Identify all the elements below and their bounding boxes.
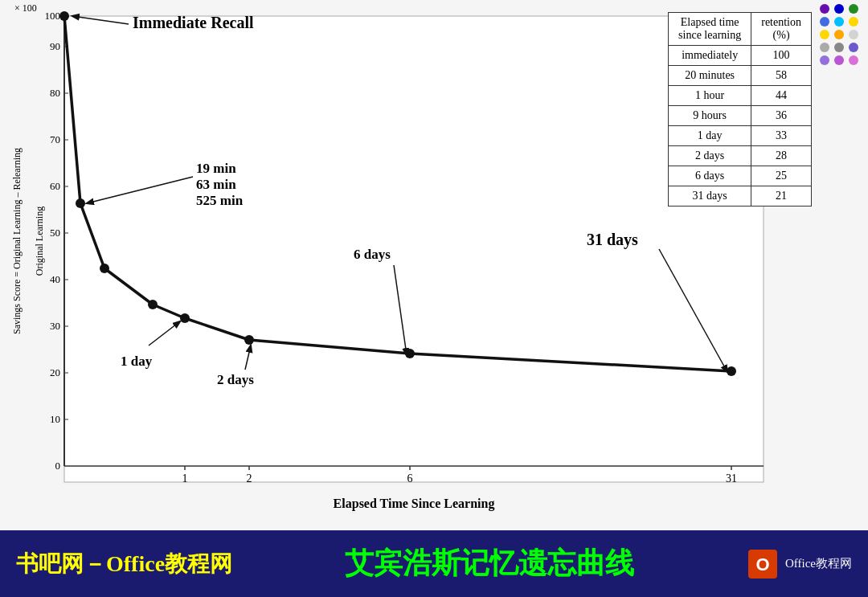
- svg-text:2: 2: [247, 472, 252, 485]
- table-cell-retention: 33: [751, 126, 812, 146]
- svg-point-32: [59, 11, 69, 21]
- svg-text:0: 0: [55, 460, 61, 472]
- dot-6: [820, 30, 829, 39]
- office-icon: O: [747, 548, 779, 580]
- y-axis-label-2: Original Learning: [34, 206, 45, 276]
- table-header-time: Elapsed timesince learning: [669, 13, 751, 46]
- table-cell-retention: 21: [751, 186, 812, 206]
- immediate-recall-label: Immediate Recall: [133, 14, 254, 31]
- table-row: 6 days25: [669, 166, 812, 186]
- bottom-left-text: 书吧网－Office教程网: [16, 549, 232, 579]
- bottom-center-text: 艾宾浩斯记忆遗忘曲线: [232, 544, 747, 583]
- table-cell-time: 1 hour: [669, 86, 751, 106]
- svg-point-35: [148, 300, 158, 309]
- annotation-525min: 525 min: [196, 193, 244, 208]
- annotation-1day: 1 day: [121, 354, 153, 369]
- dot-13: [834, 55, 844, 65]
- dot-7: [834, 30, 844, 39]
- table-row: immediately100: [669, 46, 812, 66]
- svg-text:O: O: [755, 554, 769, 575]
- bottom-right-text: Office教程网: [785, 556, 852, 571]
- annotation-63min: 63 min: [196, 177, 236, 192]
- dot-10: [834, 43, 844, 52]
- dot-3: [820, 17, 829, 27]
- svg-text:70: 70: [50, 133, 60, 145]
- table-row: 2 days28: [669, 146, 812, 166]
- annotation-2days: 2 days: [217, 372, 254, 387]
- table-row: 31 days21: [669, 186, 812, 206]
- data-table: Elapsed timesince learning retention(%) …: [668, 12, 812, 206]
- dot-11: [849, 43, 858, 52]
- dot-12: [820, 55, 829, 65]
- dot-1: [834, 4, 844, 14]
- table-cell-retention: 25: [751, 166, 812, 186]
- dot-8: [849, 30, 858, 39]
- svg-text:60: 60: [50, 180, 60, 192]
- bottom-right-logo: O Office教程网: [747, 548, 852, 580]
- chart-area: 0 10 20 30 40 50 60 70 80 90 100: [0, 0, 868, 530]
- svg-text:6: 6: [407, 472, 413, 485]
- svg-text:30: 30: [50, 320, 60, 332]
- table-cell-time: 9 hours: [669, 106, 751, 126]
- table-cell-retention: 44: [751, 86, 812, 106]
- table-row: 1 day33: [669, 126, 812, 146]
- dots-decoration: [820, 4, 860, 65]
- table-cell-retention: 36: [751, 106, 812, 126]
- annotation-19min: 19 min: [196, 161, 236, 176]
- table-cell-time: 1 day: [669, 126, 751, 146]
- svg-point-33: [76, 198, 85, 208]
- svg-point-39: [727, 366, 736, 376]
- svg-text:31: 31: [726, 472, 737, 485]
- table-cell-retention: 28: [751, 146, 812, 166]
- table-row: 20 minutes58: [669, 66, 812, 86]
- table-row: 9 hours36: [669, 106, 812, 126]
- table-cell-retention: 58: [751, 66, 812, 86]
- annotation-6days: 6 days: [354, 247, 391, 262]
- svg-text:1: 1: [182, 472, 188, 485]
- table-cell-time: 31 days: [669, 186, 751, 206]
- dot-0: [820, 4, 829, 14]
- svg-text:100: 100: [45, 10, 61, 22]
- svg-text:40: 40: [50, 273, 60, 285]
- svg-point-37: [244, 335, 254, 345]
- table-cell-retention: 100: [751, 46, 812, 66]
- dot-4: [834, 17, 844, 27]
- dot-9: [820, 43, 829, 52]
- svg-point-34: [100, 264, 109, 273]
- svg-text:50: 50: [50, 227, 60, 239]
- table-cell-time: immediately: [669, 46, 751, 66]
- x-axis-label: Elapsed Time Since Learning: [334, 497, 495, 511]
- svg-point-36: [180, 313, 190, 323]
- table-cell-time: 2 days: [669, 146, 751, 166]
- dot-14: [849, 55, 858, 65]
- dot-5: [849, 17, 858, 27]
- svg-text:90: 90: [50, 40, 60, 52]
- dot-2: [849, 4, 858, 14]
- y-axis-label: Savings Score = Original Learning – Rele…: [11, 148, 23, 334]
- bottom-banner: 书吧网－Office教程网 艾宾浩斯记忆遗忘曲线 O Office教程网: [0, 530, 868, 597]
- svg-text:20: 20: [50, 366, 60, 378]
- svg-text:80: 80: [50, 87, 60, 99]
- table-row: 1 hour44: [669, 86, 812, 106]
- svg-text:10: 10: [50, 413, 60, 425]
- y-axis-top-label: × 100: [14, 2, 37, 14]
- svg-rect-0: [64, 16, 764, 482]
- table-header-retention: retention(%): [751, 13, 812, 46]
- table-cell-time: 6 days: [669, 166, 751, 186]
- main-container: 0 10 20 30 40 50 60 70 80 90 100: [0, 0, 868, 597]
- table-cell-time: 20 minutes: [669, 66, 751, 86]
- annotation-31days: 31 days: [587, 231, 638, 249]
